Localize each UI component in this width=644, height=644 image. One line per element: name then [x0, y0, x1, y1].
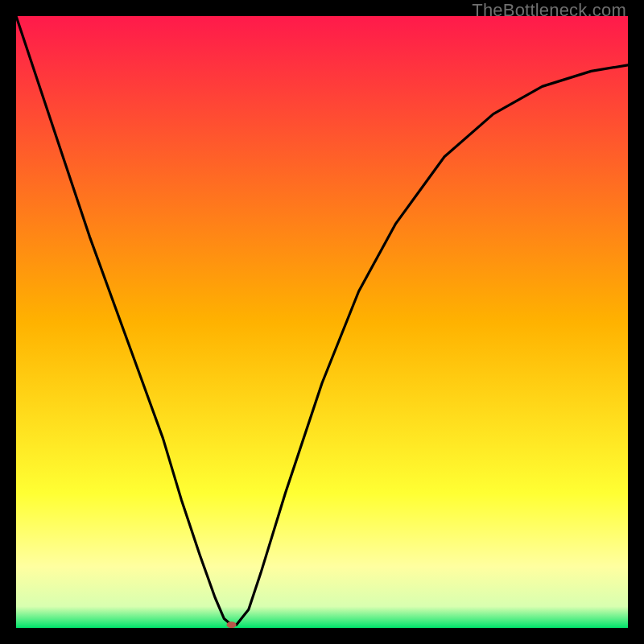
chart-frame: [16, 16, 628, 628]
chart-plot: [16, 16, 628, 628]
gradient-background: [16, 16, 628, 628]
watermark-text: TheBottleneck.com: [472, 0, 626, 21]
optimum-marker: [227, 621, 237, 628]
